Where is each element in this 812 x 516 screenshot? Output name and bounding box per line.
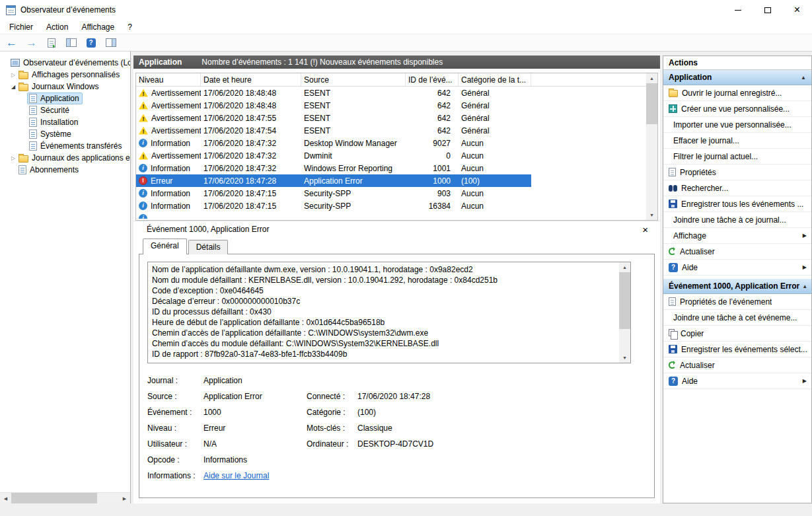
- create-view-icon: [669, 104, 677, 113]
- description-vertical-scrollbar[interactable]: ▲ ▼: [619, 262, 630, 363]
- action-item[interactable]: Aide ▶: [663, 260, 811, 276]
- event-row[interactable]: Information 17/06/2020 18:47:15 Security…: [136, 200, 531, 212]
- column-header[interactable]: ID de l’évé...: [406, 73, 459, 86]
- scrollbar-thumb[interactable]: [11, 493, 97, 503]
- scrollbar-thumb[interactable]: [646, 83, 657, 124]
- toolbar-button[interactable]: [3, 36, 20, 50]
- tree-item-body[interactable]: Journaux des applications et: [17, 153, 130, 163]
- refresh-icon: [669, 248, 676, 255]
- log-help-link[interactable]: Aide sur le Journal: [203, 471, 269, 480]
- action-item-label: Enregistrer tous les événements ...: [681, 200, 803, 209]
- scroll-right-arrow-icon[interactable]: ▶: [119, 493, 130, 504]
- tree-item-body[interactable]: Observateur d’événements (Loca: [9, 57, 130, 68]
- action-item[interactable]: Actualiser ▶: [663, 357, 811, 373]
- warning-icon: [139, 102, 148, 110]
- tree-item-body[interactable]: Sécurité: [28, 105, 72, 116]
- expand-arrow-icon[interactable]: [9, 84, 17, 90]
- tree-item-body[interactable]: Application: [28, 93, 82, 104]
- action-item[interactable]: Propriétés de l’événement ▶: [663, 294, 811, 310]
- log-name: Application: [139, 57, 182, 67]
- tree-item[interactable]: Système: [0, 128, 130, 140]
- event-row[interactable]: Avertissement 17/06/2020 18:48:48 ESENT …: [136, 99, 531, 112]
- event-row[interactable]: Avertissement 17/06/2020 18:47:32 Dwmini…: [136, 149, 531, 162]
- tree-item[interactable]: Observateur d’événements (Loca: [0, 57, 130, 69]
- event-row[interactable]: Information 17/06/2020 18:47:15 Security…: [136, 187, 531, 200]
- scrollbar-track[interactable]: [646, 83, 657, 210]
- action-item[interactable]: Effacer le journal... ▶: [663, 133, 811, 149]
- column-header[interactable]: Source: [301, 73, 406, 86]
- menu-item[interactable]: ?: [121, 20, 139, 34]
- collapse-section-icon[interactable]: ▲: [798, 73, 809, 82]
- tree-horizontal-scrollbar[interactable]: ◀ ▶: [0, 492, 130, 503]
- minimize-button[interactable]: [723, 0, 753, 20]
- column-header[interactable]: Catégorie de la t...: [459, 73, 531, 86]
- event-row[interactable]: Avertissement 17/06/2020 18:47:55 ESENT …: [136, 112, 531, 124]
- tree-item-body[interactable]: Événements transférés: [28, 141, 124, 151]
- scroll-up-arrow-icon[interactable]: ▲: [619, 262, 630, 272]
- tree-item[interactable]: Journaux des applications et: [0, 152, 130, 164]
- expand-arrow-icon[interactable]: [9, 72, 17, 78]
- menu-item[interactable]: Affichage: [75, 20, 121, 34]
- scroll-up-arrow-icon[interactable]: ▲: [646, 73, 657, 83]
- scroll-left-arrow-icon[interactable]: ◀: [0, 493, 11, 504]
- column-header[interactable]: Date et heure: [201, 73, 301, 86]
- tree-item[interactable]: Événements transférés: [0, 140, 130, 152]
- detail-tab[interactable]: Détails: [188, 240, 229, 254]
- event-table-main: Niveau Date et heure Source ID de l’évé.…: [136, 73, 646, 220]
- tree-item[interactable]: Application: [0, 92, 130, 104]
- close-detail-icon[interactable]: ×: [642, 225, 648, 235]
- action-item[interactable]: Joindre une tâche à ce journal... ▶: [663, 212, 811, 228]
- menu-item[interactable]: Fichier: [3, 20, 40, 34]
- tree-item[interactable]: Installation: [0, 116, 130, 128]
- tree-item-body[interactable]: Abonnements: [17, 165, 81, 175]
- tree-item-body[interactable]: Installation: [28, 117, 81, 128]
- column-header[interactable]: Niveau: [136, 73, 201, 86]
- action-item[interactable]: Affichage ▶: [663, 228, 811, 244]
- maximize-button[interactable]: [753, 0, 782, 20]
- event-description-line: Nom de l’application défaillante dwm.exe…: [152, 264, 615, 275]
- scrollbar-track[interactable]: [619, 272, 630, 353]
- close-button[interactable]: ×: [782, 0, 812, 20]
- tree-item[interactable]: Abonnements: [0, 164, 130, 176]
- event-row[interactable]: Avertissement 17/06/2020 18:47:54 ESENT …: [136, 124, 531, 137]
- action-item[interactable]: Copier ▶: [663, 326, 811, 342]
- menu-item[interactable]: Action: [40, 20, 75, 34]
- action-item[interactable]: Ouvrir le journal enregistré... ▶: [663, 85, 811, 101]
- action-section-header[interactable]: Application ▲: [663, 70, 811, 85]
- action-item[interactable]: Enregistrer tous les événements ... ▶: [663, 196, 811, 212]
- expand-arrow-icon[interactable]: [9, 155, 17, 161]
- scroll-down-arrow-icon[interactable]: ▼: [619, 353, 630, 363]
- action-item[interactable]: Aide ▶: [663, 373, 811, 389]
- toolbar-button[interactable]: [22, 36, 40, 50]
- action-item[interactable]: Rechercher... ▶: [663, 180, 811, 196]
- collapse-section-icon[interactable]: ▲: [799, 282, 810, 291]
- toolbar-button[interactable]: [62, 36, 80, 50]
- action-item[interactable]: Enregistrer les événements sélect... ▶: [663, 342, 811, 357]
- action-item[interactable]: Propriétés ▶: [663, 165, 811, 180]
- action-item[interactable]: Importer une vue personnalisée... ▶: [663, 117, 811, 133]
- action-item[interactable]: Créer une vue personnalisée... ▶: [663, 101, 811, 117]
- event-row[interactable]: Information 17/06/2020 18:47:32 Desktop …: [136, 137, 531, 149]
- tree-item-body[interactable]: Journaux Windows: [17, 81, 101, 92]
- toolbar-button[interactable]: [102, 36, 120, 50]
- scroll-down-arrow-icon[interactable]: ▼: [646, 210, 657, 220]
- toolbar-button[interactable]: [42, 36, 60, 50]
- event-row[interactable]: Erreur 17/06/2020 18:47:28 Application E…: [136, 174, 531, 187]
- action-item[interactable]: Filtrer le journal actuel... ▶: [663, 149, 811, 165]
- scrollbar-thumb[interactable]: [619, 272, 630, 329]
- tree-item[interactable]: Sécurité: [0, 104, 130, 116]
- table-vertical-scrollbar[interactable]: ▲ ▼: [646, 73, 657, 220]
- tree-item[interactable]: Journaux Windows: [0, 81, 130, 92]
- tree-item[interactable]: Affichages personnalisés: [0, 69, 130, 81]
- action-section-header[interactable]: Événement 1000, Application Error ▲: [663, 279, 811, 294]
- scrollbar-track[interactable]: [11, 493, 119, 503]
- event-row[interactable]: Avertissement 17/06/2020 18:48:48 ESENT …: [136, 87, 531, 99]
- action-item[interactable]: Actualiser ▶: [663, 244, 811, 260]
- event-row[interactable]: [136, 212, 531, 219]
- tree-item-body[interactable]: Affichages personnalisés: [17, 69, 122, 80]
- tree-item-body[interactable]: Système: [28, 129, 74, 139]
- event-row[interactable]: Information 17/06/2020 18:47:32 Windows …: [136, 162, 531, 174]
- detail-tab[interactable]: Général: [143, 239, 187, 254]
- toolbar-button[interactable]: [82, 36, 100, 50]
- action-item[interactable]: Joindre une tâche à cet événeme... ▶: [663, 310, 811, 326]
